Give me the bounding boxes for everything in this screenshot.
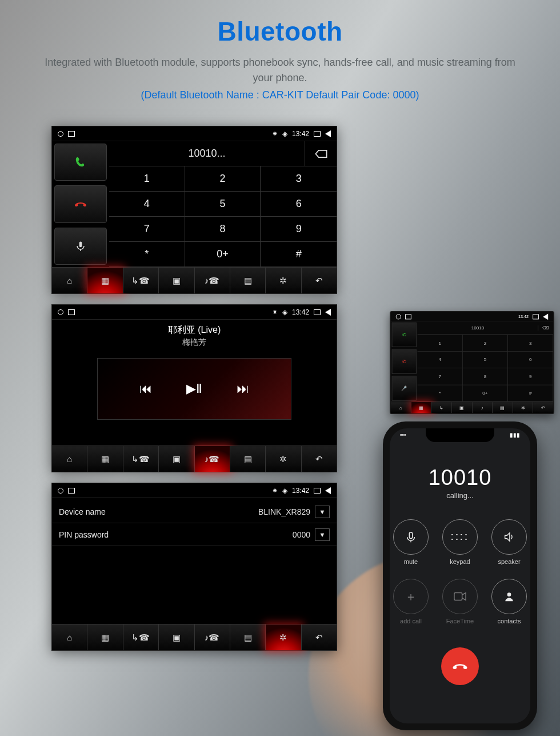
key-9[interactable]: 9 [261, 217, 337, 242]
contacts-button[interactable]: contacts [490, 579, 529, 630]
mute-label: mute [404, 558, 418, 565]
key-7[interactable]: 7 [109, 217, 185, 242]
key-hash[interactable]: # [508, 385, 553, 401]
keypad-tab[interactable]: ▦ [87, 268, 123, 293]
key-3[interactable]: 3 [261, 166, 337, 192]
call-button[interactable] [54, 144, 107, 181]
clock-text: 13:42 [518, 314, 529, 319]
call-button[interactable]: ✆ [392, 323, 417, 347]
status-screenshot-icon [68, 131, 75, 137]
key-7[interactable]: 7 [418, 368, 463, 385]
callin-tab[interactable]: ↳☎ [123, 446, 159, 472]
key-hash[interactable]: # [261, 242, 337, 267]
key-8[interactable]: 8 [185, 217, 261, 242]
device-name-dropdown[interactable]: ▼ [315, 506, 330, 518]
back-nav-icon[interactable] [543, 313, 548, 320]
back-nav-icon[interactable] [325, 487, 331, 494]
phonebook-tab[interactable]: ▣ [159, 268, 194, 293]
return-tab[interactable]: ↶ [302, 624, 337, 650]
key-8[interactable]: 8 [463, 368, 508, 385]
key-0[interactable]: 0+ [463, 385, 508, 401]
callin-tab[interactable]: ↳☎ [123, 268, 159, 293]
return-tab[interactable]: ↶ [302, 268, 337, 293]
keypad-tab[interactable]: ▦ [411, 402, 431, 413]
status-screenshot-icon [68, 488, 75, 494]
recent-apps-icon[interactable] [533, 314, 539, 319]
play-pause-button[interactable]: ▶Ⅱ [186, 381, 202, 396]
dialer-bottombar: ⌂ ▦ ↳☎ ▣ ♪☎ ▤ ✲ ↶ [52, 267, 337, 293]
pin-dropdown[interactable]: ▼ [315, 528, 330, 541]
speaker-button[interactable]: speaker [490, 519, 529, 571]
history-tab[interactable]: ▤ [230, 268, 266, 293]
key-5[interactable]: 5 [185, 192, 261, 217]
speaker-label: speaker [498, 558, 520, 565]
home-tab[interactable]: ⌂ [52, 446, 87, 472]
phonebook-tab[interactable]: ▣ [452, 402, 473, 413]
music-tab[interactable]: ♪ [472, 402, 493, 413]
mic-button[interactable]: 🎤 [392, 376, 417, 400]
callin-tab[interactable]: ↳☎ [123, 624, 159, 650]
history-tab[interactable]: ▤ [493, 402, 513, 413]
back-nav-icon[interactable] [325, 309, 331, 316]
addcall-button[interactable]: ＋ add call [391, 579, 430, 630]
key-6[interactable]: 6 [261, 192, 337, 217]
home-tab[interactable]: ⌂ [52, 268, 87, 293]
keypad-tab[interactable]: ▦ [87, 446, 123, 472]
end-call-button[interactable] [441, 647, 479, 685]
backspace-button[interactable]: ⌫ [538, 325, 553, 331]
key-5[interactable]: 5 [463, 352, 508, 368]
key-4[interactable]: 4 [109, 192, 185, 217]
history-tab[interactable]: ▤ [230, 624, 266, 650]
key-3[interactable]: 3 [508, 335, 553, 351]
key-4[interactable]: 4 [418, 352, 463, 368]
settings-tab[interactable]: ✲ [266, 268, 301, 293]
return-tab[interactable]: ↶ [302, 446, 337, 472]
home-tab[interactable]: ⌂ [52, 624, 87, 650]
key-6[interactable]: 6 [508, 352, 553, 368]
key-2[interactable]: 2 [463, 335, 508, 351]
default-pair-note: (Default Bluetooth Name : CAR-KIT Defaul… [0, 89, 560, 101]
settings-tab[interactable]: ✲ [266, 446, 301, 472]
phonebook-tab[interactable]: ▣ [159, 624, 194, 650]
screenshot-stack: ⁕ ◈ 13:42 10010... [51, 126, 337, 651]
phonebook-tab[interactable]: ▣ [159, 446, 194, 472]
key-0[interactable]: 0+ [185, 242, 261, 267]
settings-tab[interactable]: ✲ [266, 624, 301, 650]
dial-keypad: 1 2 3 4 5 6 7 8 9 * 0+ # [418, 335, 554, 401]
music-tab[interactable]: ♪☎ [195, 624, 230, 650]
hangup-button[interactable]: ✆ [392, 349, 417, 374]
recent-apps-icon[interactable] [314, 309, 321, 315]
svg-rect-0 [454, 593, 462, 600]
track-artist: 梅艳芳 [182, 337, 206, 348]
key-1[interactable]: 1 [109, 166, 185, 192]
settings-panel: ⁕ ◈ 13:42 Device name BLINK_XR829 ▼ PIN … [51, 483, 337, 651]
key-1[interactable]: 1 [418, 335, 463, 351]
next-track-button[interactable]: ⏭ [237, 381, 249, 396]
keypad-button[interactable]: ∷∷ keypad [441, 519, 479, 571]
mute-button[interactable]: mute [391, 519, 430, 571]
prev-track-button[interactable]: ⏮ [139, 381, 152, 396]
callin-tab[interactable]: ↳ [431, 402, 452, 413]
settings-tab[interactable]: ✲ [513, 402, 534, 413]
history-tab[interactable]: ▤ [230, 446, 266, 472]
recent-apps-icon[interactable] [314, 131, 321, 137]
keypad-tab[interactable]: ▦ [87, 624, 123, 650]
dash-headunit: 13:42 ✆ ✆ 🎤 10010 ⌫ 1 2 3 4 5 6 7 8 [390, 311, 554, 414]
player-controls: ⏮ ▶Ⅱ ⏭ [97, 358, 291, 420]
facetime-button[interactable]: FaceTime [441, 579, 479, 630]
music-tab[interactable]: ♪☎ [195, 446, 230, 472]
key-2[interactable]: 2 [185, 166, 261, 192]
mic-button[interactable] [54, 228, 107, 265]
music-tab[interactable]: ♪☎ [195, 268, 230, 293]
key-star[interactable]: * [418, 385, 463, 401]
key-star[interactable]: * [109, 242, 185, 267]
backspace-button[interactable] [305, 141, 337, 166]
return-tab[interactable]: ↶ [533, 402, 553, 413]
home-tab[interactable]: ⌂ [391, 402, 411, 413]
back-nav-icon[interactable] [325, 130, 331, 137]
key-9[interactable]: 9 [508, 368, 553, 385]
hangup-button[interactable] [54, 185, 107, 222]
dash-bottombar: ⌂ ▦ ↳ ▣ ♪ ▤ ✲ ↶ [391, 401, 553, 413]
page-title: Bluetooth [0, 16, 560, 47]
recent-apps-icon[interactable] [314, 488, 321, 494]
